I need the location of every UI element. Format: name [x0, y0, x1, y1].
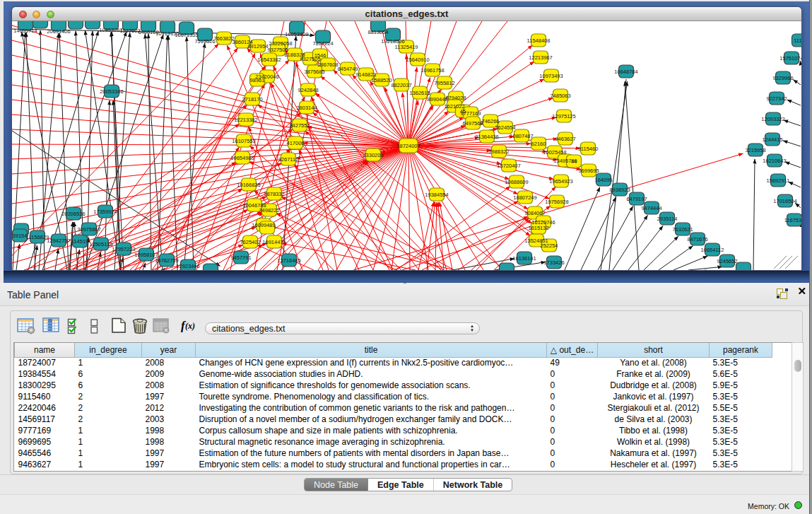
svg-text:9115460: 9115460 [578, 146, 599, 152]
svg-text:20691406: 20691406 [47, 28, 70, 35]
svg-text:7632621: 7632621 [672, 226, 693, 233]
svg-text:20053346: 20053346 [100, 88, 123, 95]
svg-text:7515526: 7515526 [194, 38, 215, 45]
svg-text:39154: 39154 [13, 233, 28, 239]
svg-text:19756928: 19756928 [545, 199, 568, 205]
svg-text:9463627: 9463627 [555, 136, 575, 142]
svg-text:9227342: 9227342 [766, 95, 787, 102]
svg-text:10025458: 10025458 [543, 149, 566, 156]
svg-text:2867608: 2867608 [317, 62, 338, 68]
svg-text:164095: 164095 [594, 177, 612, 183]
svg-text:2718170: 2718170 [242, 96, 262, 103]
svg-text:21364436: 21364436 [475, 134, 498, 140]
svg-text:1117: 1117 [794, 37, 801, 44]
svg-text:18807249: 18807249 [513, 194, 536, 201]
svg-text:7663822: 7663822 [213, 35, 234, 42]
svg-text:12505135: 12505135 [89, 241, 112, 247]
svg-text:12213967: 12213967 [529, 54, 552, 61]
svg-text:2935114: 2935114 [657, 216, 678, 222]
svg-text:16053809: 16053809 [285, 31, 308, 37]
svg-text:12942757: 12942757 [47, 238, 70, 244]
svg-text:6497568: 6497568 [462, 120, 483, 127]
svg-text:3267110: 3267110 [278, 156, 299, 163]
svg-text:14055714: 14055714 [13, 28, 37, 34]
svg-text:19166825: 19166825 [237, 182, 260, 188]
svg-text:98961: 98961 [250, 77, 265, 83]
svg-text:1588520: 1588520 [371, 77, 392, 83]
svg-text:3875685: 3875685 [304, 69, 324, 75]
svg-text:7625402: 7625402 [240, 239, 260, 245]
svg-text:8427552: 8427552 [289, 122, 310, 129]
svg-text:9084067: 9084067 [524, 210, 545, 216]
svg-text:62160: 62160 [531, 141, 546, 147]
svg-text:9242848: 9242848 [298, 87, 318, 93]
svg-text:5878332: 5878332 [264, 191, 284, 197]
svg-text:11325419: 11325419 [395, 44, 418, 50]
svg-text:15751074: 15751074 [779, 55, 801, 62]
svg-text:1244415: 1244415 [762, 136, 782, 143]
svg-text:6794028: 6794028 [445, 95, 466, 101]
svg-text:15720407: 15720407 [497, 163, 520, 169]
svg-text:2803144: 2803144 [296, 105, 317, 111]
svg-text:746266: 746266 [481, 118, 499, 124]
svg-text:252254: 252254 [540, 243, 558, 249]
svg-text:8822037: 8822037 [391, 82, 411, 88]
svg-text:16210643: 16210643 [763, 158, 786, 164]
svg-text:12975125: 12975125 [552, 113, 575, 119]
svg-text:17957223: 17957223 [112, 246, 135, 252]
svg-text:8912954: 8912954 [247, 43, 268, 49]
svg-text:17359924: 17359924 [93, 209, 117, 215]
svg-text:7986322: 7986322 [488, 148, 509, 155]
svg-text:17016504: 17016504 [773, 198, 796, 204]
svg-text:11156829: 11156829 [26, 234, 49, 240]
svg-text:8938923: 8938923 [609, 187, 630, 193]
svg-text:9457791: 9457791 [230, 255, 251, 261]
svg-text:15640910: 15640910 [406, 57, 429, 63]
svg-text:8813054: 8813054 [367, 29, 388, 35]
svg-text:11548408: 11548408 [527, 37, 551, 44]
svg-text:16136141: 16136141 [512, 255, 536, 262]
svg-text:13716485: 13716485 [277, 257, 300, 264]
svg-text:417006: 417006 [286, 140, 304, 146]
svg-text:18724007: 18724007 [396, 143, 420, 149]
svg-text:10688609: 10688609 [505, 179, 528, 185]
svg-text:7485063: 7485063 [550, 93, 570, 99]
svg-text:9474444: 9474444 [641, 205, 661, 211]
svg-text:12093322: 12093322 [761, 116, 784, 122]
svg-text:19384554: 19384554 [425, 192, 448, 198]
svg-text:1167535: 1167535 [784, 217, 801, 223]
svg-text:1733426: 1733426 [543, 259, 564, 266]
svg-text:12923446: 12923446 [176, 263, 199, 269]
svg-text:10807487: 10807487 [510, 133, 533, 139]
svg-text:10961758: 10961758 [420, 67, 444, 74]
svg-text:20206536: 20206536 [61, 211, 85, 217]
svg-text:1615132: 1615132 [528, 225, 548, 231]
svg-text:3215958: 3215958 [745, 147, 765, 153]
svg-text:44: 44 [571, 158, 577, 165]
svg-text:1546: 1546 [314, 52, 326, 59]
svg-text:8454749: 8454749 [337, 66, 358, 72]
svg-text:3624554: 3624554 [495, 124, 515, 131]
svg-text:10654112: 10654112 [701, 247, 724, 253]
svg-text:19654983: 19654983 [230, 155, 254, 161]
svg-text:15692911: 15692911 [767, 177, 790, 184]
svg-text:114519: 114519 [71, 238, 88, 245]
svg-text:16782759: 16782759 [155, 257, 178, 264]
svg-text:16543382: 16543382 [257, 57, 281, 63]
svg-text:10648784: 10648784 [614, 69, 637, 75]
svg-text:30975867: 30975867 [77, 226, 100, 233]
svg-text:23226058: 23226058 [269, 40, 292, 47]
svg-text:9245652: 9245652 [717, 258, 737, 264]
svg-text:9777169: 9777169 [460, 110, 481, 117]
svg-text:2330203: 2330203 [363, 152, 383, 158]
svg-text:19654923: 19654923 [549, 178, 572, 185]
svg-text:1527602: 1527602 [119, 28, 140, 34]
svg-text:6479197: 6479197 [626, 196, 647, 202]
svg-text:16099489: 16099489 [252, 222, 275, 228]
svg-text:12213382: 12213382 [234, 117, 257, 123]
svg-text:16671355: 16671355 [175, 32, 198, 38]
svg-text:7857224: 7857224 [312, 40, 333, 47]
svg-text:3498222: 3498222 [259, 207, 279, 214]
svg-text:8471676: 8471676 [687, 236, 707, 243]
svg-text:16914479: 16914479 [262, 239, 286, 245]
